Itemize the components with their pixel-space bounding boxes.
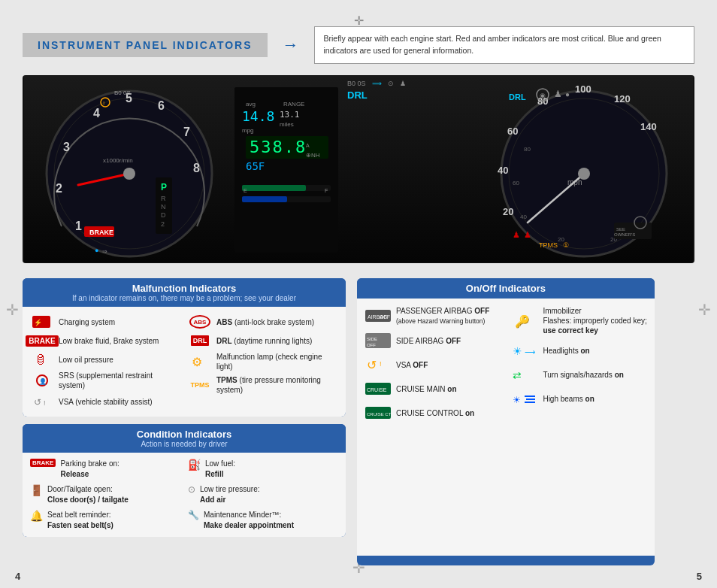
- passenger-airbag-label: PASSENGER AIRBAG OFF(above Hazard Warnin…: [396, 306, 489, 326]
- drl-badge: DRL: [191, 335, 210, 346]
- high-beams-label: High beams on: [543, 394, 594, 404]
- cruise-main-icon: CRUISE: [365, 380, 392, 398]
- condition-panel: Condition Indicators Action is needed by…: [23, 424, 346, 537]
- svg-text:40: 40: [520, 214, 527, 220]
- brake-icon: BRAKE: [30, 333, 54, 348]
- malfunction-panel: Malfunction Indicators If an indicator r…: [23, 278, 346, 417]
- page-title: INSTRUMENT PANEL INDICATORS: [38, 39, 253, 51]
- onoff-panel: On/Off Indicators AIRBAGOFF PASSENGER AI…: [357, 278, 655, 565]
- tire-text: Low tire pressure:Add air: [200, 484, 259, 505]
- svg-text:☀: ☀: [513, 345, 522, 357]
- svg-text:P: P: [161, 182, 167, 192]
- svg-text:⇄: ⇄: [513, 369, 522, 381]
- oil-label: Low oil pressure: [59, 355, 113, 365]
- svg-text:7: 7: [183, 126, 190, 138]
- list-item: 🔔 Seat belt reminder:Fasten seat belt(s): [30, 510, 180, 531]
- list-item: TPMS TPMS (tire pressure monitoring syst…: [188, 375, 338, 395]
- brake-label: BRAKE: [26, 335, 59, 347]
- svg-text:2: 2: [56, 182, 62, 195]
- svg-text:OFF: OFF: [367, 343, 376, 347]
- svg-rect-41: [242, 196, 287, 202]
- high-beams-icon: ☀: [511, 389, 538, 408]
- charging-icon: ⚡: [30, 314, 54, 329]
- svg-rect-99: [525, 396, 535, 397]
- svg-text:BRAKE: BRAKE: [89, 229, 113, 236]
- svg-text:E: E: [244, 188, 247, 193]
- svg-text:↺: ↺: [34, 397, 41, 408]
- svg-text:100: 100: [575, 83, 591, 95]
- list-item: DRL DRL (daytime running lights): [188, 333, 338, 348]
- svg-text:2: 2: [161, 220, 165, 228]
- svg-text:⊕NH: ⊕NH: [306, 152, 320, 159]
- onoff-col-left: AIRBAGOFF PASSENGER AIRBAG OFF(above Haz…: [365, 306, 500, 548]
- svg-text:SIDE: SIDE: [367, 337, 377, 341]
- svg-text:1: 1: [75, 220, 82, 232]
- cruise-control-icon: CRUISE CTRL: [365, 404, 392, 422]
- svg-text:120: 120: [614, 93, 631, 105]
- abs-label: ABS (anti-lock brake system): [216, 317, 314, 327]
- svg-text:N: N: [161, 203, 166, 211]
- malfunction-lamp-label: Malfunction lamp (check engine light): [216, 352, 338, 371]
- svg-text:🛢: 🛢: [35, 353, 47, 366]
- side-airbag-label: SIDE AIRBAG OFF: [396, 336, 461, 346]
- svg-text:RANGE: RANGE: [283, 101, 304, 108]
- list-item: ⚙ Malfunction lamp (check engine light): [188, 352, 338, 371]
- tpms-icon: TPMS: [188, 377, 212, 393]
- srs-label: SRS (supplemental restraint system): [59, 371, 180, 390]
- dashboard-display: 1 2 3 4 5 6 7 8 x1000r/min P R N D 2 BRA…: [24, 76, 693, 262]
- svg-text:140: 140: [640, 121, 657, 132]
- wrench-icon: 🔧: [188, 510, 199, 520]
- vsa-label: VSA (vehicle stability assist): [59, 397, 153, 407]
- svg-text:⚙: ⚙: [192, 356, 202, 368]
- passenger-airbag-icon: AIRBAGOFF: [365, 307, 392, 325]
- turn-signals-icon: ⇄: [511, 365, 538, 383]
- list-item: ☀ High beams on: [511, 389, 646, 408]
- crosshair-left: ✛: [6, 301, 19, 319]
- svg-text:●: ●: [565, 90, 570, 99]
- list-item: ⛽ Low fuel:Refill: [188, 459, 338, 480]
- list-item: ABS ABS (anti-lock brake system): [188, 314, 338, 329]
- svg-text:6: 6: [158, 99, 165, 112]
- drl-label: DRL (daytime running lights): [216, 336, 312, 346]
- condition-title: Condition Indicators: [30, 429, 338, 440]
- dash-top-indicators: B0 0S ⟹ ⊙ ♟: [347, 80, 406, 87]
- abs-badge: ABS: [189, 315, 210, 329]
- tire-icon: ⊙: [188, 484, 195, 495]
- svg-text:8: 8: [193, 162, 200, 174]
- list-item: AIRBAGOFF PASSENGER AIRBAG OFF(above Haz…: [365, 306, 500, 326]
- svg-text:60: 60: [507, 126, 518, 137]
- header-arrow: →: [283, 35, 299, 55]
- malfunction-subtitle: If an indicator remains on, there may be…: [30, 294, 338, 302]
- svg-rect-100: [526, 399, 535, 400]
- left-panels: Malfunction Indicators If an indicator r…: [23, 278, 346, 565]
- svg-text:R: R: [161, 195, 166, 202]
- svg-text:A: A: [306, 143, 310, 148]
- cruise-control-label: CRUISE CONTROL on: [396, 408, 474, 418]
- drl-icon: DRL: [188, 333, 212, 348]
- svg-text:①: ①: [563, 241, 569, 249]
- abs-icon: ABS: [188, 314, 212, 329]
- vsa-off-icon: ↺!: [365, 356, 392, 374]
- svg-text:mpg: mpg: [242, 127, 254, 134]
- seatbelt-icon: 🔔: [30, 510, 43, 522]
- svg-text:♟: ♟: [513, 230, 520, 239]
- list-item: 🔧 Maintenance Minder™:Make dealer appoin…: [188, 510, 338, 531]
- drl-indicator: DRL: [347, 89, 368, 101]
- srs-icon: 👤: [30, 373, 54, 388]
- seatbelt-text: Seat belt reminder:Fasten seat belt(s): [47, 510, 113, 531]
- headlights-icon: ☀⟶: [511, 341, 538, 359]
- crosshair-right: ✛: [698, 301, 711, 319]
- svg-text:538.8: 538.8: [250, 138, 307, 156]
- svg-point-11: [123, 168, 135, 180]
- brake-label-text: Low brake fluid, Brake system: [59, 336, 159, 346]
- parking-brake-text: Parking brake on:Release: [60, 459, 119, 480]
- description-text: Briefly appear with each engine start. R…: [324, 34, 661, 55]
- svg-text:B0 0S: B0 0S: [114, 89, 131, 96]
- side-airbag-icon: SIDEOFF: [365, 332, 392, 350]
- condition-subtitle: Action is needed by driver: [30, 440, 338, 448]
- immobilizer-icon: 🔑: [511, 312, 538, 330]
- svg-text:♟: ♟: [524, 230, 531, 239]
- svg-text:F: F: [325, 188, 328, 193]
- svg-text:D: D: [161, 211, 166, 219]
- minder-text: Maintenance Minder™:Make dealer appointm…: [204, 510, 294, 531]
